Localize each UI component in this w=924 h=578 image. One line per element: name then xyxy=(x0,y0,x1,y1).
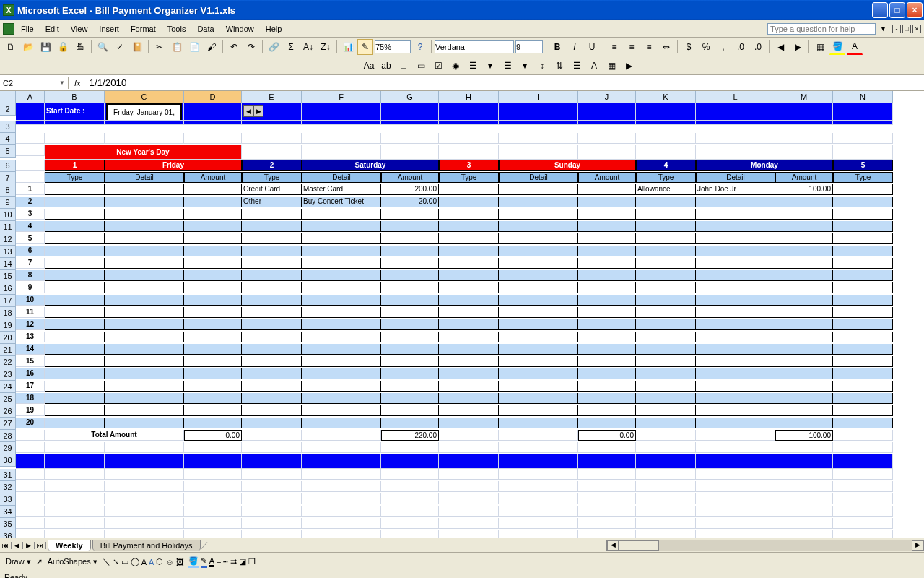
increase-indent-icon[interactable]: ▶ xyxy=(790,39,806,55)
align-right-icon[interactable]: ≡ xyxy=(641,39,657,55)
clipart-icon[interactable]: ☺ xyxy=(165,558,173,566)
button-icon[interactable]: ▭ xyxy=(413,58,429,74)
currency-icon[interactable]: $ xyxy=(681,39,697,55)
scroll-thumb[interactable] xyxy=(619,540,659,551)
fill-color-icon[interactable]: 🪣 xyxy=(829,39,845,55)
scroll-right-icon[interactable]: ▶ xyxy=(912,540,923,551)
help-search-input[interactable] xyxy=(767,23,876,35)
menu-edit[interactable]: Edit xyxy=(40,23,64,35)
merge-center-icon[interactable]: ⇔ xyxy=(658,39,674,55)
spelling-icon[interactable]: ✓ xyxy=(112,39,128,55)
menu-view[interactable]: View xyxy=(66,23,93,35)
menu-file[interactable]: File xyxy=(16,23,39,35)
draw-menu[interactable]: Draw ▾ xyxy=(3,557,34,566)
combo-drop-icon[interactable]: ▾ xyxy=(517,58,533,74)
maximize-button[interactable]: □ xyxy=(889,2,905,18)
wordart-icon[interactable]: A xyxy=(149,558,154,566)
dash-style-icon[interactable]: ┅ xyxy=(223,557,228,566)
bold-icon[interactable]: B xyxy=(549,39,565,55)
tab-nav-next-icon[interactable]: ▶ xyxy=(23,542,35,549)
menu-tools[interactable]: Tools xyxy=(162,23,191,35)
combo-list-icon[interactable]: ☰ xyxy=(500,58,515,74)
line-style-icon[interactable]: ≡ xyxy=(217,558,221,566)
run-dialog-icon[interactable]: ▶ xyxy=(621,58,637,74)
font-color-icon[interactable]: A xyxy=(847,39,863,55)
increase-decimal-icon[interactable]: .0 xyxy=(733,39,749,55)
doc-close-button[interactable]: × xyxy=(912,25,921,33)
align-center-icon[interactable]: ≡ xyxy=(624,39,640,55)
arrow-icon[interactable]: ↘ xyxy=(113,557,119,566)
minimize-button[interactable]: _ xyxy=(872,2,888,18)
print-preview-icon[interactable]: 🔍 xyxy=(95,39,110,55)
new-icon[interactable]: 🗋 xyxy=(3,39,19,55)
drawing-icon[interactable]: ✎ xyxy=(357,39,373,55)
tab-nav-prev-icon[interactable]: ◀ xyxy=(12,542,23,549)
horizontal-scrollbar[interactable]: ◀ ▶ xyxy=(606,540,924,551)
comma-icon[interactable]: , xyxy=(715,39,731,55)
research-icon[interactable]: 📔 xyxy=(129,39,145,55)
label-icon[interactable]: Aa xyxy=(361,58,377,74)
paste-icon[interactable]: 📄 xyxy=(186,39,202,55)
rectangle-icon[interactable]: ▭ xyxy=(121,557,128,566)
doc-restore-button[interactable]: □ xyxy=(902,25,911,33)
menu-help[interactable]: Help xyxy=(261,23,287,35)
group-box-icon[interactable]: □ xyxy=(396,58,411,74)
italic-icon[interactable]: I xyxy=(567,39,583,55)
fill-color-draw-icon[interactable]: 🪣 xyxy=(188,556,199,568)
save-icon[interactable]: 💾 xyxy=(38,39,53,55)
open-icon[interactable]: 📂 xyxy=(20,39,36,55)
namebox-dropdown-icon[interactable]: ▼ xyxy=(59,79,65,86)
checkbox-icon[interactable]: ☑ xyxy=(430,58,446,74)
select-objects-icon[interactable]: ➚ xyxy=(36,557,43,566)
3d-icon[interactable]: ❒ xyxy=(248,557,256,566)
help-icon[interactable]: ? xyxy=(412,39,428,55)
font-name-input[interactable] xyxy=(435,40,514,53)
copy-icon[interactable]: 📋 xyxy=(169,39,185,55)
chart-wizard-icon[interactable]: 📊 xyxy=(340,39,356,55)
sort-desc-icon[interactable]: Z↓ xyxy=(318,39,334,55)
doc-minimize-button[interactable]: - xyxy=(892,25,901,33)
menu-data[interactable]: Data xyxy=(192,23,219,35)
listbox-icon[interactable]: ☰ xyxy=(465,58,481,74)
properties-icon[interactable]: ☰ xyxy=(569,58,585,74)
format-painter-icon[interactable]: 🖌 xyxy=(204,39,219,55)
arrow-style-icon[interactable]: ⇉ xyxy=(230,557,237,566)
name-box[interactable]: C2 ▼ xyxy=(0,77,69,89)
redo-icon[interactable]: ↷ xyxy=(243,39,259,55)
line-icon[interactable]: ＼ xyxy=(103,556,110,567)
font-color-draw-icon[interactable]: A xyxy=(209,556,214,567)
percent-icon[interactable]: % xyxy=(698,39,714,55)
sheet-tab-billpayment[interactable]: Bill Payment and Holidays xyxy=(92,540,201,551)
textbox-icon[interactable]: A xyxy=(141,558,147,566)
align-left-icon[interactable]: ≡ xyxy=(606,39,622,55)
worksheet[interactable]: ABCDEFGHIJKLMN2Start Date :Friday, Janua… xyxy=(0,91,924,538)
edit-box-icon[interactable]: ab xyxy=(378,58,394,74)
help-dropdown-icon[interactable]: ▼ xyxy=(880,25,886,33)
print-icon[interactable]: 🖶 xyxy=(72,39,88,55)
sheet-tab-weekly[interactable]: Weekly xyxy=(48,540,91,551)
shadow-icon[interactable]: ◪ xyxy=(239,557,246,566)
formula-input[interactable] xyxy=(87,76,924,90)
undo-icon[interactable]: ↶ xyxy=(226,39,242,55)
tab-nav-last-icon[interactable]: ⏭ xyxy=(35,542,46,549)
borders-icon[interactable]: ▦ xyxy=(812,39,828,55)
menu-insert[interactable]: Insert xyxy=(94,23,124,35)
underline-icon[interactable]: U xyxy=(584,39,600,55)
diagram-icon[interactable]: ⬡ xyxy=(156,557,163,566)
menu-window[interactable]: Window xyxy=(221,23,259,35)
scroll-left-icon[interactable]: ◀ xyxy=(607,540,619,551)
tab-nav-first-icon[interactable]: ⏮ xyxy=(0,542,12,549)
code-icon[interactable]: A xyxy=(586,58,602,74)
font-size-input[interactable] xyxy=(515,40,543,53)
picture-icon[interactable]: 🖼 xyxy=(176,558,184,566)
autoshapes-menu[interactable]: AutoShapes ▾ xyxy=(45,557,100,566)
sort-asc-icon[interactable]: A↓ xyxy=(300,39,316,55)
menu-format[interactable]: Format xyxy=(126,23,161,35)
zoom-input[interactable] xyxy=(375,40,411,53)
decrease-indent-icon[interactable]: ◀ xyxy=(772,39,788,55)
oval-icon[interactable]: ◯ xyxy=(131,557,139,566)
hyperlink-icon[interactable]: 🔗 xyxy=(266,39,282,55)
permission-icon[interactable]: 🔓 xyxy=(55,39,71,55)
close-button[interactable]: × xyxy=(907,2,923,18)
option-icon[interactable]: ◉ xyxy=(448,58,463,74)
